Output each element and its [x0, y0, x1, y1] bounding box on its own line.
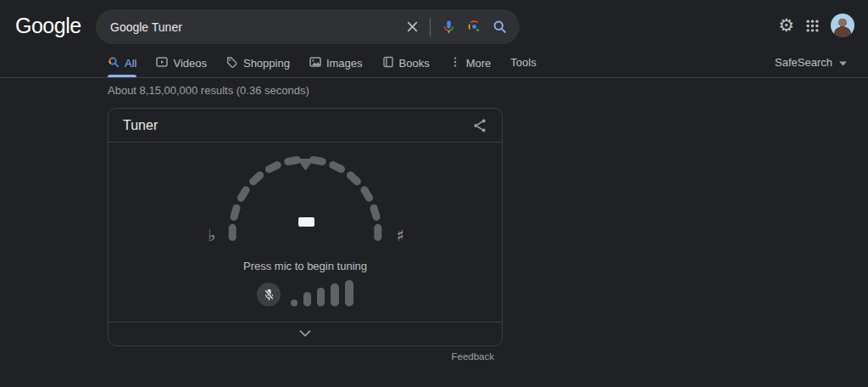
chevron-down-icon — [299, 330, 311, 337]
search-divider — [430, 18, 431, 36]
caret-down-icon — [839, 56, 847, 69]
tab-shopping[interactable]: Shopping — [226, 51, 290, 77]
results-stats: About 8,15,00,000 results (0.36 seconds) — [108, 84, 309, 97]
gauge-segment — [270, 165, 278, 170]
gauge-segment — [364, 190, 370, 198]
picture-frame-icon — [309, 56, 321, 70]
gauge-segment — [241, 190, 246, 198]
feedback-row: Feedback — [108, 351, 503, 362]
google-apps-icon[interactable] — [806, 20, 819, 32]
volume-bar — [345, 280, 353, 306]
settings-gear-icon[interactable]: ⚙ — [778, 17, 794, 35]
price-tag-icon — [226, 56, 238, 70]
gauge-segment — [350, 176, 357, 182]
volume-bar — [331, 283, 339, 306]
search-bar[interactable] — [96, 9, 520, 44]
tuner-expand-button[interactable] — [108, 322, 502, 345]
mic-off-icon — [262, 288, 276, 302]
search-submit-icon[interactable] — [492, 20, 507, 34]
flat-symbol: ♭ — [209, 226, 216, 244]
search-input[interactable] — [110, 20, 406, 34]
mic-row — [108, 281, 502, 307]
volume-bar — [317, 288, 325, 306]
mic-button[interactable] — [257, 283, 281, 306]
tab-all[interactable]: All — [108, 51, 136, 77]
google-lens-icon[interactable] — [467, 20, 481, 34]
volume-bars — [291, 280, 353, 307]
clear-icon[interactable] — [406, 20, 419, 33]
tuner-card: Tuner ♭ ♯ Press mic to begin tuning — [108, 108, 503, 346]
share-icon[interactable] — [472, 118, 487, 133]
header-divider — [0, 77, 868, 78]
tuner-body: ♭ ♯ Press mic to begin tuning — [108, 143, 502, 322]
tuner-title: Tuner — [123, 118, 472, 133]
tab-label: Images — [326, 57, 363, 70]
tab-label: All — [125, 57, 136, 70]
gauge-segment — [314, 160, 323, 162]
tuner-instruction: Press mic to begin tuning — [108, 260, 502, 272]
tab-label: Shopping — [243, 57, 290, 70]
note-display — [298, 217, 314, 227]
gauge-segment — [333, 165, 342, 170]
voice-search-icon[interactable] — [442, 20, 456, 34]
safesearch-control[interactable]: SafeSearch — [775, 56, 847, 69]
feedback-link[interactable]: Feedback — [451, 351, 494, 362]
vertical-ellipsis-icon — [449, 56, 461, 70]
gauge-segment — [234, 208, 236, 216]
tab-videos[interactable]: Videos — [156, 51, 207, 77]
volume-bar — [291, 300, 298, 306]
volume-bar — [303, 292, 311, 306]
tab-label: Books — [399, 57, 430, 70]
safesearch-label: SafeSearch — [775, 56, 832, 69]
search-colored-icon — [108, 56, 120, 70]
tab-more[interactable]: More — [449, 51, 492, 77]
tab-label: Videos — [173, 57, 207, 70]
profile-avatar[interactable] — [831, 14, 854, 37]
book-icon — [382, 56, 394, 70]
results-tabbar: All Videos Shopping Images Books More To… — [108, 51, 503, 77]
sharp-symbol: ♯ — [396, 226, 403, 244]
gauge-segment — [374, 208, 376, 216]
tools-link[interactable]: Tools — [510, 56, 536, 72]
gauge-segment — [288, 160, 298, 162]
tuner-card-header: Tuner — [108, 109, 502, 143]
tab-label: More — [466, 57, 492, 70]
tab-books[interactable]: Books — [382, 51, 430, 77]
gauge-segment — [253, 176, 260, 182]
tab-images[interactable]: Images — [309, 51, 363, 77]
google-logo[interactable]: Google — [15, 14, 81, 38]
play-box-icon — [156, 56, 168, 70]
